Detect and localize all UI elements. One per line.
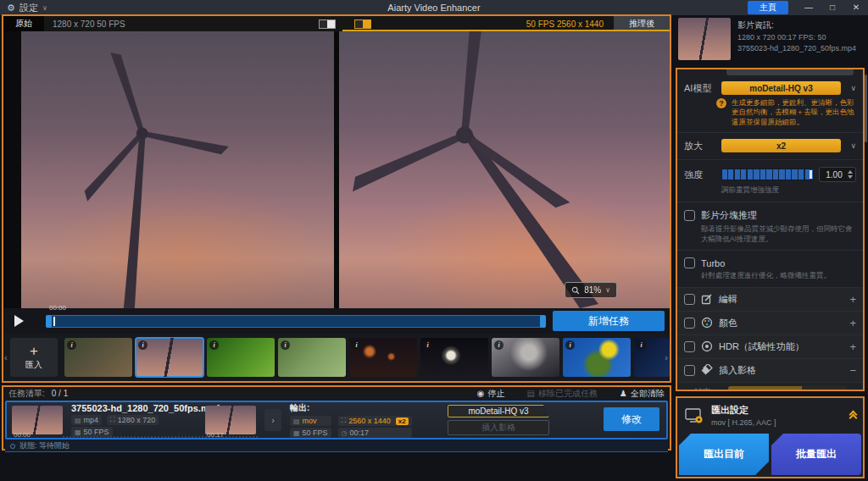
chevron-down-icon[interactable]: ∨ <box>841 141 856 150</box>
export-current-button[interactable]: 匯出目前 <box>679 434 769 475</box>
frame-insert-tag: 插入影格 <box>448 420 549 435</box>
sidebar-scrollbar[interactable] <box>865 75 867 142</box>
preview-region: 原始 1280 x 720 50 FPS 50 FPS 2560 x 1440 … <box>2 14 671 383</box>
export-format-summary: mov [ H.265, AAC ] <box>711 418 776 427</box>
section-frame-insert-label: 插入影格 <box>719 364 756 377</box>
thumbnail-cactus-flower[interactable]: i <box>563 338 631 377</box>
section-color[interactable]: 顏色 + <box>677 312 863 335</box>
collapse-minus-icon[interactable]: − <box>849 364 856 377</box>
turbo-label: Turbo <box>701 258 725 268</box>
expand-plus-icon[interactable]: + <box>849 293 856 306</box>
edit-checkbox[interactable] <box>684 294 695 305</box>
section-hdr[interactable]: HDR（試驗性功能） + <box>677 335 863 359</box>
app-title: Aiarty Video Enhancer <box>0 3 868 13</box>
stepper-down-icon[interactable] <box>848 175 853 179</box>
expand-plus-icon[interactable]: + <box>849 317 856 329</box>
thumbnail-night-street[interactable]: i <box>349 338 417 377</box>
help-icon[interactable]: ? <box>716 98 726 108</box>
task-row[interactable]: 00:00 3755023-hd_1280_720_50fps.mp4 ▤mp4… <box>5 401 668 440</box>
task-filename: 3755023-hd_1280_720_50fps.mp4 <box>71 403 205 413</box>
strength-slider[interactable] <box>721 169 814 180</box>
thumbnail-night-moon[interactable]: i <box>420 338 488 377</box>
home-button[interactable]: 主頁 <box>748 1 788 14</box>
clear-all-button[interactable]: ♟ 全部清除 <box>620 388 665 400</box>
strength-stepper[interactable]: 1.00 <box>819 167 856 182</box>
info-icon[interactable]: i <box>565 340 575 350</box>
ai-model-dropdown[interactable]: moDetail-HQ v3 <box>721 81 841 95</box>
trim-end-handle[interactable] <box>540 315 546 328</box>
playhead-time: 00:00 <box>49 304 66 312</box>
task-output-fps: 50 FPS <box>303 428 328 437</box>
info-icon[interactable]: i <box>67 340 76 350</box>
frame-rate-label: 幀率 <box>694 386 728 391</box>
strip-scroll-right-icon[interactable]: › <box>665 352 668 362</box>
tab-original[interactable]: 原始 <box>3 16 44 31</box>
play-button[interactable] <box>3 308 34 334</box>
block-inference-checkbox[interactable] <box>684 210 695 221</box>
preview-header: 原始 1280 x 720 50 FPS 50 FPS 2560 x 1440 … <box>3 16 670 31</box>
import-button[interactable]: + 匯入 <box>10 338 58 377</box>
stop-button[interactable]: ◉ 停止 <box>477 388 505 400</box>
collapse-panel-button[interactable] <box>850 412 856 418</box>
thumbnail-wind-turbine-selected[interactable]: i <box>136 338 203 377</box>
upscale-dropdown[interactable]: x2 <box>721 139 841 152</box>
playhead-cursor[interactable] <box>53 317 55 326</box>
section-edit[interactable]: 編輯 + <box>677 288 863 312</box>
play-icon <box>14 315 24 327</box>
frame-insert-checkbox[interactable] <box>684 365 695 376</box>
export-settings-icon <box>684 407 704 424</box>
batch-export-button[interactable]: 批量匯出 <box>771 434 861 475</box>
turbo-checkbox[interactable] <box>684 257 695 268</box>
info-icon[interactable]: i <box>423 340 432 350</box>
info-icon[interactable]: i <box>281 340 290 350</box>
settings-menu[interactable]: 設定 <box>19 2 38 14</box>
expand-plus-icon[interactable]: + <box>849 340 856 353</box>
info-icon[interactable]: i <box>209 340 219 350</box>
original-video-pane[interactable] <box>3 31 334 308</box>
thumbnail-hot-air-balloons[interactable]: i <box>64 338 132 377</box>
zoom-level-control[interactable]: 81% ∨ <box>565 282 617 298</box>
thumbnail-woman-portrait[interactable]: i <box>492 338 559 377</box>
close-button[interactable]: ✕ <box>844 0 868 15</box>
task-input-resolution: 1280 x 720 <box>118 416 156 424</box>
info-icon[interactable]: i <box>352 340 361 350</box>
add-task-button[interactable]: 新增任務 <box>553 311 665 331</box>
trim-start-handle[interactable] <box>46 315 52 328</box>
task-queue-title: 任務清單: <box>8 388 45 400</box>
export-settings-title: 匯出設定 <box>711 404 776 417</box>
enhanced-video-pane[interactable]: 81% ∨ <box>339 31 670 308</box>
color-checkbox[interactable] <box>684 318 695 329</box>
plus-icon: + <box>30 345 38 357</box>
turbine-pole-graphic <box>12 406 63 434</box>
clock-icon: ◷ <box>342 429 348 437</box>
maximize-button[interactable]: □ <box>821 0 844 15</box>
info-icon[interactable]: i <box>637 340 646 350</box>
slider-handle[interactable] <box>810 170 812 179</box>
thumbnail-grass-field[interactable]: i <box>278 338 346 377</box>
modify-button[interactable]: 修改 <box>604 407 659 431</box>
task-output-duration: 00:17 <box>350 428 370 437</box>
task-input-fps: 50 FPS <box>84 428 109 436</box>
fps-icon: ▦ <box>293 429 300 437</box>
resolution-icon: ⛶ <box>110 416 115 424</box>
minimize-button[interactable]: — <box>797 0 821 15</box>
timeline-scrubber[interactable] <box>46 315 546 328</box>
stepper-up-icon[interactable] <box>848 170 853 174</box>
split-view-toggle-icon[interactable] <box>354 19 371 29</box>
hdr-checkbox[interactable] <box>684 341 695 352</box>
strip-scroll-left-icon[interactable]: ‹ <box>4 352 8 362</box>
chevron-down-icon[interactable]: ∨ <box>841 84 856 92</box>
video-info-label: 影片資訊: <box>737 19 856 32</box>
compare-view-toggle-icon[interactable] <box>319 19 336 29</box>
info-icon[interactable]: i <box>494 340 504 350</box>
frame-rate-dropdown <box>728 386 847 391</box>
model-tag: moDetail-HQ v3 <box>448 405 549 417</box>
enhanced-resolution-label: 50 FPS 2560 x 1440 <box>526 19 604 29</box>
section-frame-insert[interactable]: 插入影格 − <box>677 359 863 383</box>
settings-gear-icon[interactable]: ⚙ <box>7 3 15 14</box>
info-icon[interactable]: i <box>138 340 147 350</box>
thumbnail-green-leaves[interactable]: i <box>207 338 275 377</box>
scale-badge: x2 <box>396 417 409 425</box>
task-output-thumbnail <box>205 406 256 434</box>
task-input-thumbnail <box>12 406 63 434</box>
